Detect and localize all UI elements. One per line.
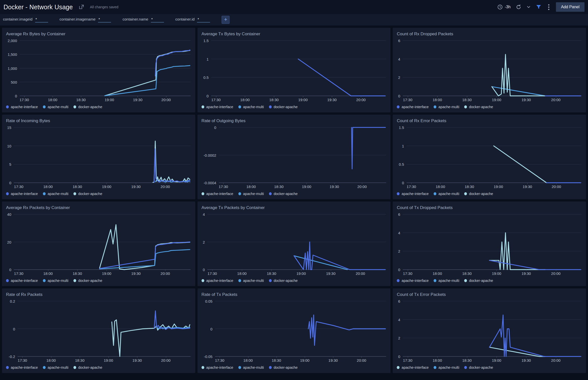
x-axis-tick — [242, 270, 242, 271]
x-axis-tick-label: 17:30 — [14, 184, 24, 189]
legend-item-apache-interface[interactable]: apache-interface — [6, 365, 38, 369]
refresh-interval-dropdown[interactable] — [527, 5, 531, 9]
x-axis-tick — [216, 96, 216, 97]
series-docker-apache — [489, 315, 581, 356]
legend-item-docker-apache[interactable]: docker-apache — [269, 105, 298, 109]
legend-label: apache-multi — [243, 365, 264, 369]
legend-item-docker-apache[interactable]: docker-apache — [464, 105, 493, 109]
chart-legend: apache-interfaceapache-multidocker-apach… — [397, 103, 581, 110]
legend-item-docker-apache[interactable]: docker-apache — [73, 279, 102, 283]
legend-item-docker-apache[interactable]: docker-apache — [269, 365, 298, 369]
legend-item-docker-apache[interactable]: docker-apache — [269, 279, 298, 283]
legend-label: apache-interface — [11, 279, 38, 283]
x-axis-tick-label: 18:00 — [436, 184, 445, 189]
legend-dot — [43, 279, 46, 282]
legend-item-apache-interface[interactable]: apache-interface — [6, 192, 38, 196]
x-axis-tick-label: 17:30 — [211, 98, 221, 102]
x-axis-tick-label: 17:30 — [403, 358, 413, 362]
legend-item-apache-interface[interactable]: apache-interface — [6, 279, 38, 283]
x-axis-tick-label: 19:30 — [328, 358, 338, 362]
x-axis-tick-label: 18:30 — [267, 271, 276, 276]
clock-icon — [497, 4, 503, 10]
chart-legend: apache-interfaceapache-multidocker-apach… — [202, 190, 386, 197]
x-axis-tick — [51, 356, 51, 358]
legend-label: apache-interface — [11, 192, 38, 196]
legend-item-apache-interface[interactable]: apache-interface — [202, 365, 233, 369]
x-axis-tick-label: 17:30 — [407, 184, 416, 189]
legend-dot — [434, 105, 436, 108]
legend-item-apache-multi[interactable]: apache-multi — [434, 279, 459, 283]
filter-container-id: container.id * — [175, 17, 210, 23]
x-axis-tick — [223, 183, 224, 184]
x-axis-tick — [77, 183, 78, 184]
x-axis-tick — [333, 356, 333, 358]
x-axis-tick — [362, 183, 362, 184]
refresh-button[interactable] — [516, 4, 522, 10]
filter-value-input[interactable]: * — [98, 17, 111, 23]
legend-item-apache-multi[interactable]: apache-multi — [43, 105, 68, 109]
x-axis-tick-label: 17:30 — [20, 98, 29, 102]
legend-item-docker-apache[interactable]: docker-apache — [464, 365, 493, 369]
legend-item-apache-multi[interactable]: apache-multi — [434, 105, 459, 109]
legend-item-docker-apache[interactable]: docker-apache — [269, 192, 298, 196]
filter-container-name: container.name * — [123, 17, 164, 23]
legend-item-apache-multi[interactable]: apache-multi — [43, 279, 68, 283]
legend-dot — [6, 105, 9, 108]
x-axis-tick-label: 17:30 — [403, 98, 413, 102]
x-axis-tick — [81, 96, 81, 97]
page-title: Docker - Network Usage — [4, 4, 73, 11]
x-axis-tick-label: 18:00 — [43, 184, 53, 189]
panel-rate-of-outgoing-bytes: Rate of Outgoing Bytes0-0.0002-0.000417:… — [198, 115, 391, 199]
legend-label: apache-interface — [402, 192, 429, 196]
legend-item-apache-multi[interactable]: apache-multi — [434, 192, 459, 196]
chart-count-of-tx-dropped-packets — [403, 214, 581, 270]
x-axis-tick-label: 20:00 — [356, 271, 365, 276]
legend-item-apache-multi[interactable]: apache-multi — [434, 365, 459, 369]
legend-item-apache-interface[interactable]: apache-interface — [202, 279, 233, 283]
legend-item-apache-multi[interactable]: apache-multi — [238, 279, 264, 283]
filter-button[interactable] — [536, 4, 542, 10]
panel-count-of-rx-error-packets: Count of Rx Error Packets1.510.5017:3018… — [393, 115, 586, 199]
legend-item-docker-apache[interactable]: docker-apache — [73, 192, 102, 196]
legend-item-apache-multi[interactable]: apache-multi — [43, 365, 68, 369]
legend-item-docker-apache[interactable]: docker-apache — [464, 192, 493, 196]
add-panel-button[interactable]: Add Panel — [556, 2, 584, 12]
more-options-menu[interactable] — [547, 3, 551, 11]
x-axis-tick-label: 19:30 — [522, 271, 531, 276]
chart-legend: apache-interfaceapache-multidocker-apach… — [6, 103, 191, 110]
x-axis-tick-label: 19:00 — [297, 271, 306, 276]
share-icon[interactable] — [78, 4, 84, 10]
y-axis-tick-label: 0 — [398, 268, 400, 272]
filter-value-input[interactable]: * — [35, 17, 48, 23]
legend-dot — [464, 105, 467, 108]
filter-value-input[interactable]: * — [151, 17, 164, 23]
chart-rate-of-rx-packets — [18, 301, 190, 356]
legend-item-apache-multi[interactable]: apache-multi — [238, 365, 264, 369]
chart-legend: apache-interfaceapache-multidocker-apach… — [6, 277, 191, 284]
legend-item-docker-apache[interactable]: docker-apache — [73, 105, 102, 109]
filter-value-input[interactable]: * — [197, 17, 210, 23]
legend-label: apache-interface — [11, 365, 38, 369]
y-axis-tick-label: 20 — [7, 240, 12, 244]
legend-item-apache-interface[interactable]: apache-interface — [6, 105, 38, 109]
legend-item-apache-multi[interactable]: apache-multi — [43, 192, 68, 196]
x-axis-tick-label: 20:00 — [357, 358, 366, 362]
legend-item-docker-apache[interactable]: docker-apache — [464, 279, 493, 283]
legend-item-apache-multi[interactable]: apache-multi — [238, 192, 264, 196]
legend-item-apache-interface[interactable]: apache-interface — [397, 365, 429, 369]
legend-label: docker-apache — [274, 365, 298, 369]
time-range-selector[interactable]: -3h — [497, 4, 511, 10]
x-axis-tick-label: 19:30 — [522, 358, 531, 362]
x-axis-tick-label: 18:00 — [48, 98, 57, 102]
legend-item-apache-interface[interactable]: apache-interface — [397, 279, 429, 283]
legend-item-apache-interface[interactable]: apache-interface — [202, 105, 233, 109]
legend-item-apache-multi[interactable]: apache-multi — [238, 105, 264, 109]
y-axis-tick-label: 10 — [7, 144, 12, 148]
legend-item-apache-interface[interactable]: apache-interface — [397, 192, 429, 196]
y-axis-tick-label: 4 — [203, 212, 205, 217]
legend-item-docker-apache[interactable]: docker-apache — [73, 365, 102, 369]
legend-item-apache-interface[interactable]: apache-interface — [397, 105, 429, 109]
add-filter-button[interactable]: + — [222, 16, 230, 24]
legend-item-apache-interface[interactable]: apache-interface — [202, 192, 233, 196]
x-axis-tick-label: 19:30 — [327, 98, 337, 102]
